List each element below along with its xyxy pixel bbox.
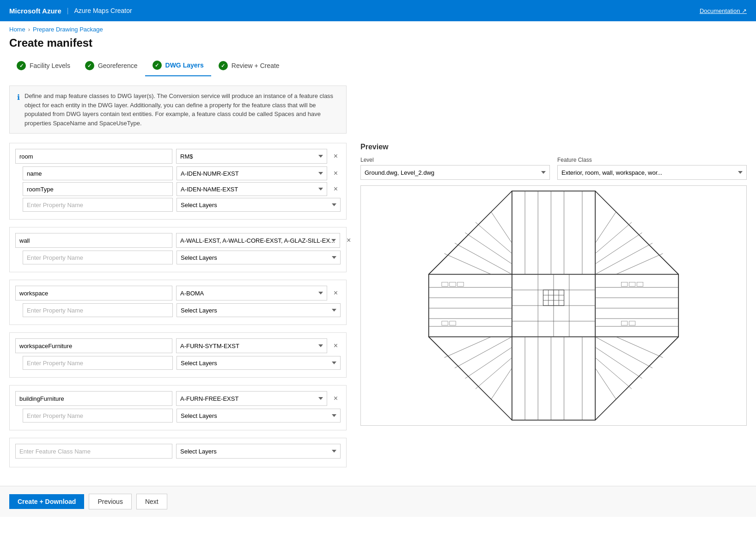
step-label-facility: Facility Levels (30, 62, 70, 69)
prop-layer-workspacefurniture-new[interactable]: Select Layers (177, 356, 341, 370)
feature-class-control: Feature Class Exterior, room, wall, work… (557, 157, 747, 180)
feature-row-workspacefurniture: A-FURN-SYTM-EXST × (15, 338, 341, 353)
step-dwg-layers[interactable]: DWG Layers (145, 57, 211, 76)
property-row-roomtype: A-IDEN-NAME-EXST × (15, 182, 341, 196)
prop-name-workspace-new[interactable] (23, 303, 173, 317)
breadcrumb: Home › Prepare Drawing Package (0, 21, 756, 35)
previous-btn[interactable]: Previous (89, 494, 131, 509)
feature-block-new: Select Layers (9, 438, 347, 467)
feature-layer-workspace[interactable]: A-BOMA (176, 286, 327, 300)
left-form: RM$ × A-IDEN-NUMR-EXST × A-IDEN-NAME-EXS… (9, 143, 347, 475)
feature-row-wall: A-WALL-EXST, A-WALL-CORE-EXST, A-GLAZ-SI… (15, 233, 341, 248)
floor-plan-svg (361, 186, 746, 425)
nav-divider: | (67, 7, 69, 14)
step-label-review: Review + Create (232, 62, 280, 69)
bottom-bar: Create + Download Previous Next (0, 486, 756, 517)
remove-wall-btn[interactable]: × (344, 236, 354, 245)
step-georeference[interactable]: Georeference (78, 57, 145, 76)
feature-layer-wall[interactable]: A-WALL-EXST, A-WALL-CORE-EXST, A-GLAZ-SI… (176, 233, 340, 248)
floor-plan (360, 185, 747, 426)
info-icon: ℹ (17, 92, 20, 128)
next-btn[interactable]: Next (136, 494, 167, 509)
step-icon-geo (85, 61, 94, 70)
remove-workspacefurniture-btn[interactable]: × (331, 341, 341, 350)
prop-layer-name[interactable]: A-IDEN-NUMR-EXST (177, 166, 327, 180)
feature-block-buildingfurniture: A-FURN-FREE-EXST × Select Layers (9, 385, 347, 430)
feature-row-room: RM$ × (15, 149, 341, 164)
remove-buildingfurniture-btn[interactable]: × (331, 394, 341, 403)
step-label-dwg: DWG Layers (165, 61, 204, 69)
remove-prop-roomtype-btn[interactable]: × (331, 184, 341, 194)
step-review[interactable]: Review + Create (211, 57, 287, 76)
brand-label: Microsoft Azure (9, 7, 61, 15)
documentation-link[interactable]: Documentation ↗ (700, 7, 747, 14)
feature-row-workspace: A-BOMA × (15, 286, 341, 300)
property-row-name: A-IDEN-NUMR-EXST × (15, 166, 341, 180)
property-row-buildingfurniture-empty: Select Layers (15, 409, 341, 423)
preview-title: Preview (360, 143, 747, 151)
property-row-room-empty: Select Layers (15, 198, 341, 212)
breadcrumb-separator: › (28, 26, 30, 33)
prop-layer-workspace-new[interactable]: Select Layers (177, 303, 341, 317)
remove-workspace-btn[interactable]: × (331, 288, 341, 298)
prop-name-workspacefurniture-new[interactable] (23, 356, 173, 370)
breadcrumb-current[interactable]: Prepare Drawing Package (33, 26, 103, 33)
step-icon-dwg (152, 61, 162, 70)
feature-name-buildingfurniture[interactable] (15, 391, 172, 406)
feature-name-workspacefurniture[interactable] (15, 338, 172, 353)
preview-controls: Level Ground.dwg, Level_2.dwg Feature Cl… (360, 157, 747, 180)
feature-layer-buildingfurniture[interactable]: A-FURN-FREE-EXST (176, 391, 327, 406)
property-row-wall-empty: Select Layers (15, 251, 341, 264)
remove-room-btn[interactable]: × (331, 152, 341, 161)
level-label: Level (360, 157, 550, 163)
prop-layer-room-new[interactable]: Select Layers (177, 198, 341, 212)
step-facility-levels[interactable]: Facility Levels (9, 57, 78, 76)
feature-block-wall: A-WALL-EXST, A-WALL-CORE-EXST, A-GLAZ-SI… (9, 227, 347, 272)
top-nav: Microsoft Azure | Azure Maps Creator Doc… (0, 0, 756, 21)
prop-layer-wall-new[interactable]: Select Layers (177, 251, 341, 264)
prop-name-name[interactable] (23, 166, 173, 180)
feature-class-label: Feature Class (557, 157, 747, 163)
feature-block-room: RM$ × A-IDEN-NUMR-EXST × A-IDEN-NAME-EXS… (9, 143, 347, 220)
feature-name-new[interactable] (15, 444, 172, 459)
preview-panel: Preview Level Ground.dwg, Level_2.dwg Fe… (360, 143, 747, 475)
feature-name-room[interactable] (15, 149, 172, 164)
prop-layer-buildingfurniture-new[interactable]: Select Layers (177, 409, 341, 423)
remove-prop-name-btn[interactable]: × (331, 168, 341, 178)
property-row-workspacefurniture-empty: Select Layers (15, 356, 341, 370)
prop-layer-roomtype[interactable]: A-IDEN-NAME-EXST (177, 182, 327, 196)
info-box: ℹ Define and map feature classes to DWG … (9, 86, 347, 134)
step-label-geo: Georeference (98, 62, 138, 69)
level-control: Level Ground.dwg, Level_2.dwg (360, 157, 550, 180)
feature-layer-room[interactable]: RM$ (176, 149, 327, 164)
info-text: Define and map feature classes to DWG la… (24, 92, 339, 128)
feature-block-workspace: A-BOMA × Select Layers (9, 280, 347, 325)
create-download-btn[interactable]: Create + Download (9, 494, 84, 509)
prop-name-buildingfurniture-new[interactable] (23, 409, 173, 423)
feature-block-workspacefurniture: A-FURN-SYTM-EXST × Select Layers (9, 332, 347, 378)
feature-layer-new[interactable]: Select Layers (176, 444, 341, 459)
feature-name-workspace[interactable] (15, 286, 172, 300)
wizard-steps: Facility Levels Georeference DWG Layers … (0, 57, 756, 86)
prop-name-roomtype[interactable] (23, 182, 173, 196)
breadcrumb-home[interactable]: Home (9, 26, 25, 33)
step-icon-review (219, 61, 228, 70)
feature-row-buildingfurniture: A-FURN-FREE-EXST × (15, 391, 341, 406)
prop-name-room-new[interactable] (23, 198, 173, 212)
main-layout: RM$ × A-IDEN-NUMR-EXST × A-IDEN-NAME-EXS… (0, 143, 756, 475)
level-select[interactable]: Ground.dwg, Level_2.dwg (360, 165, 550, 180)
property-row-workspace-empty: Select Layers (15, 303, 341, 317)
feature-layer-workspacefurniture[interactable]: A-FURN-SYTM-EXST (176, 338, 327, 353)
page-title: Create manifest (0, 35, 756, 57)
prop-name-wall-new[interactable] (23, 251, 173, 264)
feature-class-select[interactable]: Exterior, room, wall, workspace, wor... (557, 165, 747, 180)
app-label: Azure Maps Creator (74, 7, 132, 14)
feature-row-new: Select Layers (15, 444, 341, 459)
step-icon-facility (17, 61, 26, 70)
feature-name-wall[interactable] (15, 233, 172, 248)
